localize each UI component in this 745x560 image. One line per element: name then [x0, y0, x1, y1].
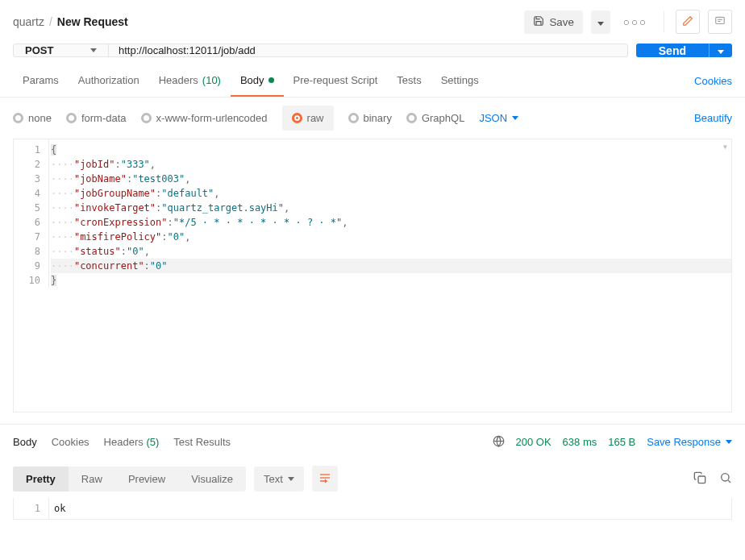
response-line-gutter: 1: [14, 498, 49, 519]
raw-format-select[interactable]: JSON: [479, 112, 518, 124]
tab-authorization[interactable]: Authorization: [69, 65, 149, 97]
bodytype-graphql[interactable]: GraphQL: [406, 112, 464, 124]
save-response-label: Save Response: [647, 436, 721, 448]
response-format-label: Text: [264, 473, 283, 485]
request-body-editor[interactable]: ▾ 1 2 3 4 5 6 7 8 9 10 { ····"jobId":"33…: [13, 139, 732, 413]
chevron-down-icon: [90, 48, 97, 52]
tab-headers-count: (10): [202, 74, 221, 86]
breadcrumb: quartz / New Request: [13, 15, 128, 28]
view-visualize[interactable]: Visualize: [178, 467, 246, 492]
tab-body-label: Body: [240, 74, 264, 86]
tab-body[interactable]: Body: [231, 65, 284, 97]
breadcrumb-current: New Request: [57, 15, 128, 28]
comment-icon: [714, 15, 726, 29]
breadcrumb-separator: /: [49, 15, 52, 28]
resp-tab-body[interactable]: Body: [13, 436, 37, 448]
separator: [664, 11, 664, 32]
bodytype-raw[interactable]: raw: [282, 106, 334, 131]
more-icon: ○○○: [623, 16, 647, 28]
view-pretty[interactable]: Pretty: [13, 467, 69, 492]
tab-tests[interactable]: Tests: [387, 65, 431, 97]
resp-tab-headers-label: Headers: [104, 436, 144, 448]
bodytype-none[interactable]: none: [13, 112, 52, 124]
status-code: 200 OK: [516, 436, 551, 448]
save-response-button[interactable]: Save Response: [647, 436, 732, 448]
http-method-label: POST: [25, 44, 53, 56]
search-icon: [719, 475, 732, 487]
bodytype-binary-label: binary: [364, 112, 392, 124]
search-button[interactable]: [719, 471, 732, 487]
chevron-down-icon: [597, 22, 604, 26]
tab-pre-request[interactable]: Pre-request Script: [284, 65, 388, 97]
save-button[interactable]: Save: [524, 10, 582, 34]
resp-tab-cookies[interactable]: Cookies: [52, 436, 89, 448]
response-size: 165 B: [608, 436, 635, 448]
chevron-down-icon: [726, 440, 732, 444]
svg-rect-0: [716, 17, 725, 23]
copy-button[interactable]: [693, 471, 706, 487]
code-area[interactable]: { ····"jobId":"333", ····"jobName":"test…: [49, 139, 731, 288]
bodytype-graphql-label: GraphQL: [422, 112, 464, 124]
chevron-down-icon: [718, 50, 724, 54]
resp-tab-headers-count: (5): [146, 436, 159, 448]
resp-tab-headers[interactable]: Headers (5): [104, 436, 160, 448]
copy-icon: [693, 475, 706, 487]
send-button[interactable]: Send: [636, 44, 709, 57]
pencil-icon: [682, 15, 693, 29]
bodytype-none-label: none: [28, 112, 52, 124]
resp-tab-tests[interactable]: Test Results: [173, 436, 231, 448]
view-preview[interactable]: Preview: [115, 467, 178, 492]
response-time: 638 ms: [563, 436, 597, 448]
wrap-lines-button[interactable]: [312, 466, 338, 492]
response-format-select[interactable]: Text: [254, 467, 304, 492]
line-gutter: 1 2 3 4 5 6 7 8 9 10: [14, 139, 49, 288]
response-view-segment: Pretty Raw Preview Visualize: [13, 467, 246, 492]
response-body-text: ok: [54, 503, 65, 514]
bodytype-raw-label: raw: [307, 112, 324, 124]
view-raw[interactable]: Raw: [69, 467, 115, 492]
svg-point-8: [722, 473, 729, 480]
response-body-editor[interactable]: 1 ok: [13, 498, 732, 520]
chevron-down-icon: [512, 116, 518, 120]
save-label: Save: [549, 16, 573, 28]
svg-line-9: [728, 480, 730, 483]
tab-settings[interactable]: Settings: [431, 65, 489, 97]
tab-params[interactable]: Params: [13, 65, 69, 97]
bodytype-formdata-label: form-data: [81, 112, 127, 124]
bodytype-form-data[interactable]: form-data: [66, 112, 127, 124]
more-options-button[interactable]: ○○○: [618, 13, 652, 31]
edit-button[interactable]: [676, 10, 700, 34]
response-code-area[interactable]: ok: [49, 498, 70, 519]
wrap-icon: [318, 471, 331, 487]
send-dropdown-button[interactable]: [709, 44, 732, 57]
svg-rect-7: [698, 476, 705, 483]
tab-headers-label: Headers: [159, 74, 198, 86]
globe-icon[interactable]: [493, 435, 505, 450]
raw-format-label: JSON: [479, 112, 507, 124]
save-icon: [533, 15, 544, 29]
url-input[interactable]: [109, 44, 627, 56]
beautify-link[interactable]: Beautify: [694, 112, 732, 124]
bodytype-x-www[interactable]: x-www-form-urlencoded: [141, 112, 268, 124]
chevron-down-icon: [288, 477, 294, 481]
body-modified-indicator: [268, 77, 274, 83]
cookies-link[interactable]: Cookies: [694, 75, 732, 87]
http-method-select[interactable]: POST: [14, 44, 109, 56]
comment-button[interactable]: [708, 10, 732, 34]
save-dropdown-button[interactable]: [591, 10, 610, 34]
bodytype-xwww-label: x-www-form-urlencoded: [156, 112, 268, 124]
breadcrumb-parent[interactable]: quartz: [13, 15, 44, 28]
bodytype-binary[interactable]: binary: [348, 112, 392, 124]
tab-headers[interactable]: Headers (10): [149, 65, 231, 97]
